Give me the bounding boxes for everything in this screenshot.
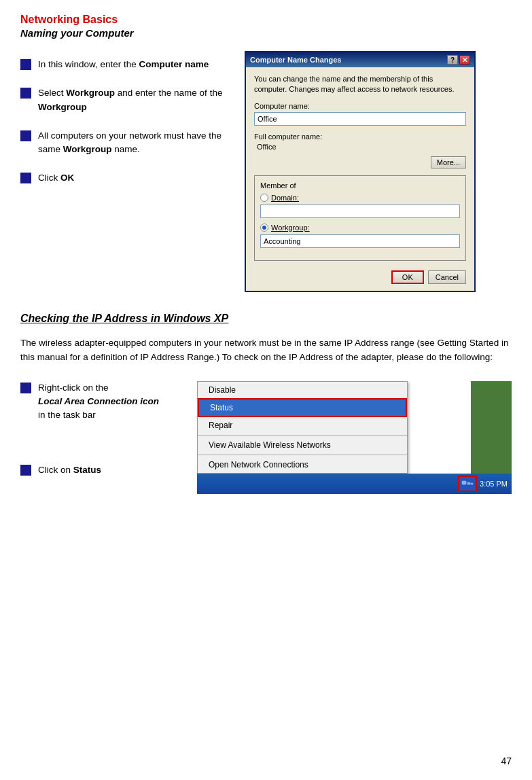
menu-item-wireless-networks[interactable]: View Available Wireless Networks <box>198 437 407 453</box>
computer-name-input[interactable] <box>254 112 466 126</box>
svg-rect-0 <box>462 481 466 484</box>
cancel-button[interactable]: Cancel <box>428 270 466 284</box>
bullet-icon-4 <box>20 173 31 183</box>
domain-radio[interactable] <box>260 194 268 202</box>
bottom-section: Right-click on the Local Area Connection… <box>20 381 512 494</box>
member-of-box: Member of Domain: Workgroup: <box>254 175 466 261</box>
context-menu-wrapper: Disable Status Repair View Available Wir… <box>197 381 512 494</box>
context-menu-container: Disable Status Repair View Available Wir… <box>197 381 512 494</box>
domain-label: Domain: <box>271 194 299 202</box>
bullet-list-bottom: Right-click on the Local Area Connection… <box>20 381 183 494</box>
taskbar-time: 3:05 PM <box>480 480 508 488</box>
title-networking: Networking Basics <box>20 14 512 26</box>
taskbar-network-icon[interactable] <box>458 476 477 492</box>
dialog-button-row: OK Cancel <box>254 268 466 284</box>
section2-title: Checking the IP Address in Windows XP <box>20 313 512 325</box>
menu-item-status[interactable]: Status <box>198 398 407 417</box>
bullet-item-2: Select Workgroup and enter the name of t… <box>20 86 231 114</box>
full-name-label: Full computer name: <box>254 132 466 141</box>
domain-input[interactable] <box>260 205 460 218</box>
dialog-description: You can change the name and the membersh… <box>254 74 466 95</box>
bullet-item-3: All computers on your network must have … <box>20 129 231 157</box>
workgroup-radio-row: Workgroup: <box>260 224 460 232</box>
bullet-list-top: In this window, enter the Computer name … <box>20 51 231 292</box>
bullet-icon-2 <box>20 88 31 99</box>
close-button[interactable]: ✕ <box>459 55 470 65</box>
menu-item-open-connections[interactable]: Open Network Connections <box>198 457 407 473</box>
context-menu: Disable Status Repair View Available Wir… <box>197 381 408 474</box>
xp-dialog: Computer Name Changes ? ✕ You can change… <box>245 51 476 292</box>
dialog-wrapper: Computer Name Changes ? ✕ You can change… <box>245 51 512 292</box>
member-of-label: Member of <box>260 181 460 190</box>
workgroup-label: Workgroup: <box>271 224 310 232</box>
full-name-value: Office <box>254 143 466 151</box>
bottom-bullet-text-2: Click on Status <box>38 463 101 477</box>
dialog-titlebar: Computer Name Changes ? ✕ <box>246 52 474 67</box>
domain-radio-row: Domain: <box>260 194 460 202</box>
section2-paragraph: The wireless adapter-equipped computers … <box>20 336 512 365</box>
bottom-bullet-icon-1 <box>20 383 31 393</box>
page-number: 47 <box>501 756 512 766</box>
title-naming: Naming your Computer <box>20 27 512 39</box>
svg-rect-2 <box>471 483 473 484</box>
taskbar-strip: 3:05 PM <box>197 474 512 494</box>
bullet-text-1: In this window, enter the Computer name <box>38 58 209 71</box>
bullet-icon-1 <box>20 59 31 70</box>
bullet-text-3: All computers on your network must have … <box>38 129 231 157</box>
computer-name-label: Computer name: <box>254 102 466 110</box>
menu-item-disable[interactable]: Disable <box>198 382 407 398</box>
menu-item-repair[interactable]: Repair <box>198 417 407 433</box>
bottom-bullet-2: Click on Status <box>20 463 183 477</box>
ok-button[interactable]: OK <box>391 270 424 284</box>
bottom-bullet-1: Right-click on the Local Area Connection… <box>20 381 183 423</box>
bullet-icon-3 <box>20 130 31 141</box>
bottom-bullet-text-1: Right-click on the Local Area Connection… <box>38 381 159 423</box>
svg-rect-1 <box>467 482 470 484</box>
dialog-title: Computer Name Changes <box>250 56 341 64</box>
titlebar-buttons: ? ✕ <box>447 55 470 65</box>
bullet-text-4: Click OK <box>38 171 74 185</box>
workgroup-radio[interactable] <box>260 224 268 232</box>
bullet-item-4: Click OK <box>20 171 231 185</box>
bullet-text-2: Select Workgroup and enter the name of t… <box>38 86 231 114</box>
help-button[interactable]: ? <box>447 55 458 65</box>
more-button[interactable]: More... <box>431 156 466 169</box>
workgroup-input[interactable] <box>260 234 460 248</box>
menu-separator <box>198 435 407 436</box>
menu-separator-2 <box>198 455 407 455</box>
bullet-item-1: In this window, enter the Computer name <box>20 58 231 71</box>
bottom-bullet-icon-2 <box>20 465 31 476</box>
dialog-body: You can change the name and the membersh… <box>246 67 474 291</box>
